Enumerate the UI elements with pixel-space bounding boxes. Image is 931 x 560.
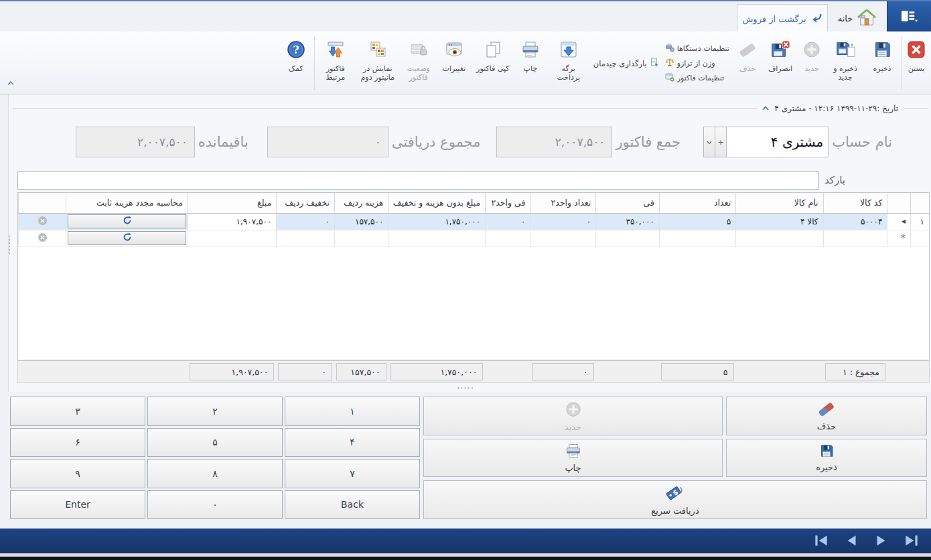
header-rule (903, 109, 928, 109)
collapse-chevron-icon[interactable] (762, 104, 770, 113)
cell-code[interactable]: ۵۰۰۰۴ (823, 213, 887, 230)
ribbon-collapse-icon[interactable] (7, 76, 15, 88)
numpad-key-5[interactable]: ۵ (147, 428, 283, 458)
previous-record-icon[interactable] (843, 533, 860, 551)
ribbon-cancel-label: انصراف (768, 64, 792, 73)
cell-code[interactable] (823, 230, 887, 247)
ribbon-close-button[interactable]: بستن (904, 34, 928, 92)
cell-name[interactable]: کالا ۴ (736, 213, 823, 230)
cell-qty2[interactable] (530, 230, 596, 247)
horizontal-splitter-handle[interactable]: ..... (0, 382, 931, 389)
col-header-row-discount[interactable]: تخفیف ردیف (277, 193, 335, 213)
numpad-key-2[interactable]: ۲ (147, 397, 283, 426)
ribbon-save-button[interactable]: ذخیره (865, 34, 900, 92)
ribbon-payment-sheet-button[interactable]: برگه پرداخت (547, 34, 590, 92)
add-account-button[interactable]: + (715, 127, 726, 157)
numpad-key-8[interactable]: ۸ (147, 459, 283, 488)
cell-price[interactable]: ۳۵۰,۰۰۰ (596, 213, 660, 230)
ribbon-related-invoice-button[interactable]: فاکتور مرتبط (317, 34, 354, 92)
ribbon-changes-button[interactable]: تغییرات (436, 34, 472, 92)
numpad-key-3[interactable]: ۳ (10, 397, 145, 426)
ribbon-new-button[interactable]: جدید (798, 34, 826, 92)
account-name-input[interactable] (726, 127, 829, 157)
cell-name[interactable] (736, 230, 823, 247)
cell-recalc (66, 213, 188, 230)
ribbon-scale-weight-button[interactable]: وزن از ترازو (665, 58, 729, 69)
ribbon-print-button[interactable]: چاپ (514, 34, 547, 92)
cell-row-discount[interactable] (277, 230, 335, 247)
recalc-fixed-cost-button[interactable] (68, 214, 186, 228)
cell-price[interactable] (596, 230, 660, 247)
total-amount-box: ۱,۹۰۷,۵۰۰ (190, 363, 275, 380)
account-name-label: نام حساب (832, 134, 892, 150)
grid-totals-row: مجموع : ۱ ۵ ۰ ۱,۷۵۰,۰۰۰ ۱۵۷,۵۰۰ ۰ ۱,۹۰۷,… (17, 360, 930, 383)
col-header-amount-raw[interactable]: مبلغ بدون هزینه و تخفیف (388, 193, 486, 213)
numpad-key-0[interactable]: ۰ (147, 490, 283, 520)
col-header-code[interactable]: کد کالا (823, 193, 887, 213)
ribbon-device-settings-button[interactable]: تنظیمات دستگاها (665, 43, 729, 54)
cell-amount[interactable]: ۱,۹۰۷,۵۰۰ (188, 213, 276, 230)
last-record-icon[interactable] (903, 533, 920, 551)
delete-action-button[interactable]: حذف (726, 397, 927, 435)
cell-qty[interactable] (659, 230, 735, 247)
grid-splitter-handle[interactable] (9, 236, 10, 254)
col-header-row-cost[interactable]: هزینه ردیف (334, 193, 388, 213)
delete-row-icon[interactable] (38, 218, 48, 228)
row-number-header (910, 193, 929, 213)
tab-home[interactable]: خانه (828, 4, 887, 33)
first-record-icon[interactable] (812, 533, 830, 551)
next-record-icon[interactable] (873, 533, 890, 551)
invoice-items-grid: کد کالا نام کالا تعداد فی تعداد واحد۲ فی… (17, 192, 930, 360)
cell-row-cost[interactable] (334, 230, 388, 247)
print-action-button[interactable]: چاپ (423, 439, 723, 478)
numpad-key-enter[interactable]: Enter (10, 490, 145, 520)
cell-row-cost[interactable]: ۱۵۷,۵۰۰ (334, 213, 388, 230)
eraser-icon (817, 401, 836, 420)
numpad-key-back[interactable]: Back (285, 490, 420, 520)
col-header-qty2[interactable]: تعداد واحد۲ (530, 193, 596, 213)
ribbon-second-monitor-button[interactable]: نمایش در مانیتور دوم (354, 34, 401, 92)
ribbon-help-button[interactable]: ? کمک (280, 34, 312, 92)
delete-row-icon[interactable] (38, 235, 48, 244)
cell-amount-raw[interactable]: ۱,۷۵۰,۰۰۰ (388, 213, 486, 230)
ribbon-cancel-button[interactable]: انصراف (763, 34, 798, 92)
app-menu-button[interactable] (887, 1, 931, 33)
col-header-price[interactable]: فی (596, 193, 660, 213)
col-header-recalc[interactable]: محاسبه مجدد هزینه ثابت (66, 193, 188, 213)
ribbon-delete-button[interactable]: حذف (732, 34, 763, 92)
save-action-button[interactable]: ذخیره (726, 439, 927, 478)
col-header-amount[interactable]: مبلغ (188, 193, 276, 213)
print-action-label: چاپ (565, 463, 581, 473)
numpad-key-6[interactable]: ۶ (10, 428, 145, 458)
numpad-key-9[interactable]: ۹ (10, 459, 145, 488)
cell-amount-raw[interactable] (388, 230, 486, 247)
tab-return-sale[interactable]: برگشت از فروش (737, 4, 828, 33)
ribbon-copy-invoice-button[interactable]: کپی فاکتور (472, 34, 514, 92)
numpad-key-4[interactable]: ۴ (285, 428, 420, 458)
col-header-name[interactable]: نام کالا (736, 193, 823, 213)
row-indicator-header (887, 193, 911, 213)
cell-qty[interactable]: ۵ (659, 213, 735, 230)
ribbon-load-layout-button[interactable]: بارگذاری چیدمان (590, 34, 662, 92)
cell-price2[interactable]: ۰ (486, 213, 530, 230)
cell-price2[interactable] (486, 230, 530, 247)
numpad-key-1[interactable]: ۱ (285, 397, 420, 426)
account-dropdown-button[interactable] (703, 127, 715, 157)
invoice-summary-form: نام حساب + جمع فاکتور ۲,۰۰۷,۵۰۰ مجموع در… (0, 121, 931, 163)
remaining-amount: ۲,۰۰۷,۵۰۰ (137, 135, 188, 149)
quick-receive-button[interactable]: $ دریافت سریع (423, 480, 927, 519)
recalc-fixed-cost-button[interactable] (68, 231, 186, 245)
cell-qty2[interactable]: ۰ (530, 213, 596, 230)
ribbon-invoice-status-button[interactable]: وضعیت فاکتور (401, 34, 436, 92)
new-action-button[interactable]: جدید (423, 397, 723, 435)
ribbon-save-and-new-button[interactable]: ذخیره و جدید (826, 34, 865, 92)
cell-row-discount[interactable]: ۰ (277, 213, 335, 230)
col-header-price2[interactable]: فی واحد۲ (486, 193, 530, 213)
numpad-key-7[interactable]: ۷ (285, 459, 420, 488)
ribbon-invoice-settings-button[interactable]: تنظیمات فاکتور (665, 72, 729, 84)
changes-eye-icon (444, 37, 464, 62)
tab-return-sale-label: برگشت از فروش (742, 14, 806, 24)
cell-amount[interactable] (188, 230, 276, 247)
col-header-qty[interactable]: تعداد (659, 193, 735, 213)
barcode-input[interactable] (17, 171, 819, 190)
